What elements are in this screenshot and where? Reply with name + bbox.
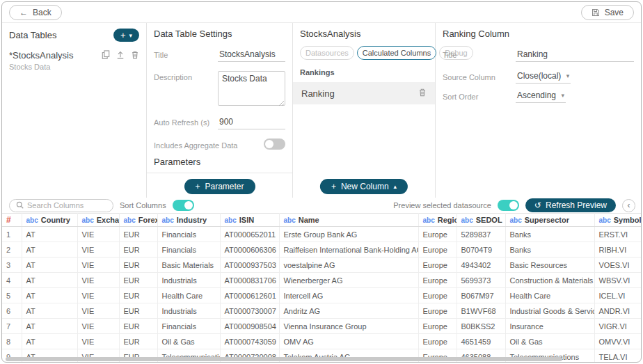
column-header-name[interactable]: abcName xyxy=(279,214,418,227)
description-field[interactable]: Stocks Data xyxy=(218,71,285,106)
sort-columns-toggle[interactable] xyxy=(173,200,194,211)
column-header-label: Industry xyxy=(177,216,207,224)
table-cell: Banks xyxy=(505,227,594,242)
column-header-sedol[interactable]: abcSEDOL xyxy=(457,214,505,227)
table-cell: Banks xyxy=(505,242,594,258)
tab-calculated-columns[interactable]: Calculated Columns xyxy=(357,46,436,60)
table-cell: Oil & Gas xyxy=(505,334,594,349)
add-parameter-button[interactable]: + Parameter xyxy=(184,179,255,194)
ranking-list-item[interactable]: Ranking xyxy=(293,82,435,104)
table-cell: B0BKSS2 xyxy=(457,319,505,334)
editor-panels: Data Tables + ▾ *StocksAnalysis xyxy=(2,23,641,198)
row-index-cell: 1 xyxy=(2,227,22,242)
table-row: 5ATVIEEURHealth CareAT0000612601Intercel… xyxy=(2,288,641,303)
copy-icon[interactable] xyxy=(102,50,110,59)
column-type-icon: abc xyxy=(82,216,94,224)
column-type-icon: abc xyxy=(510,216,522,224)
caret-down-icon: ▾ xyxy=(566,72,570,79)
table-cell: EUR xyxy=(119,319,157,334)
columns-panel: StocksAnalysis Datasources Calculated Co… xyxy=(293,23,436,198)
table-cell: AT xyxy=(22,334,77,349)
title-field-label: Title xyxy=(154,49,218,62)
table-cell: AT0000937503 xyxy=(220,258,279,273)
caret-down-icon: ▾ xyxy=(562,92,565,99)
aggregate-toggle[interactable] xyxy=(264,139,285,150)
sort-order-select[interactable]: Ascending ▾ xyxy=(516,90,566,103)
row-index-cell: 4 xyxy=(2,273,22,288)
new-column-label: New Column xyxy=(341,182,389,191)
table-cell: VIE xyxy=(77,258,119,273)
column-header-supersector[interactable]: abcSupersector xyxy=(505,214,594,227)
table-cell: OMV AG xyxy=(279,334,418,349)
column-header-label: Name xyxy=(299,216,319,224)
table-body: 1ATVIEEURFinancialsAT0000652011Erste Gro… xyxy=(2,227,641,363)
delete-icon[interactable] xyxy=(418,88,427,99)
table-cell: EUR xyxy=(119,273,157,288)
table-cell: voestalpine AG xyxy=(279,258,418,273)
search-columns-input[interactable] xyxy=(27,201,106,209)
table-cell: AT0000612601 xyxy=(220,288,279,303)
table-row: 6ATVIEEURIndustrialsAT0000730007Andritz … xyxy=(2,303,641,319)
new-column-button[interactable]: + New Column ▴ xyxy=(320,179,408,194)
preview-toolbar: Sort Columns Preview selected datasource… xyxy=(2,198,641,213)
column-header-label: Symbol xyxy=(614,216,641,224)
table-cell: 4943402 xyxy=(457,258,505,273)
preview-datasource-toggle[interactable] xyxy=(498,200,519,211)
delete-icon[interactable] xyxy=(131,50,139,59)
table-cell: Europe xyxy=(418,288,457,303)
rankings-section-title: Rankings xyxy=(300,68,428,77)
table-cell: TELA.VI xyxy=(594,349,641,363)
refresh-preview-label: Refresh Preview xyxy=(546,200,607,210)
save-button[interactable]: Save xyxy=(581,5,634,20)
table-cell: Intercell AG xyxy=(279,288,418,303)
table-cell: Basic Materials xyxy=(157,258,220,273)
top-bar: ← Back Save xyxy=(2,2,641,23)
table-cell: Europe xyxy=(418,258,457,273)
back-button[interactable]: ← Back xyxy=(9,5,62,20)
auto-refresh-field[interactable] xyxy=(218,116,285,129)
sort-order-value: Ascending xyxy=(517,90,556,100)
table-cell: AT xyxy=(22,288,77,303)
table-cell: EUR xyxy=(119,227,157,242)
title-field[interactable] xyxy=(218,49,285,62)
table-cell: Andritz AG xyxy=(279,303,418,319)
column-type-icon: abc xyxy=(26,216,38,224)
table-cell: VOES.VI xyxy=(594,258,641,273)
table-cell: EUR xyxy=(119,334,157,349)
table-cell: Financials xyxy=(157,319,220,334)
sort-columns-label: Sort Columns xyxy=(120,201,166,209)
table-row: 1ATVIEEURFinancialsAT0000652011Erste Gro… xyxy=(2,227,641,242)
table-cell: AT0000743059 xyxy=(220,334,279,349)
table-cell: AT0000652011 xyxy=(220,227,279,242)
table-cell: Insurance xyxy=(505,319,594,334)
ranking-title-field[interactable] xyxy=(516,49,634,62)
table-cell: ICEL.VI xyxy=(594,288,641,303)
table-cell: RIBH.VI xyxy=(594,242,641,258)
column-header-forex[interactable]: abcForex xyxy=(119,214,157,227)
column-header-symbol[interactable]: abcSymbol xyxy=(594,214,641,227)
tab-datasources[interactable]: Datasources xyxy=(300,46,354,60)
column-header-isin[interactable]: abcISIN xyxy=(220,214,279,227)
refresh-icon: ↻ xyxy=(534,200,541,210)
source-column-select[interactable]: Close(local) ▾ xyxy=(516,70,571,84)
column-header-industry[interactable]: abcIndustry xyxy=(157,214,220,227)
row-index-cell: 2 xyxy=(2,242,22,258)
upload-icon[interactable] xyxy=(116,50,125,59)
add-data-table-button[interactable]: + ▾ xyxy=(113,29,139,42)
search-columns-box xyxy=(9,199,113,212)
refresh-preview-button[interactable]: ↻ Refresh Preview xyxy=(525,198,616,212)
data-table-list-item[interactable]: *StocksAnalysis xyxy=(9,50,139,61)
horizontal-scrollbar[interactable] xyxy=(6,357,562,361)
row-index-cell: 6 xyxy=(2,303,22,319)
column-header-region[interactable]: abcRegion xyxy=(418,214,457,227)
chevron-left-icon: ‹ xyxy=(628,200,630,210)
table-cell: EUR xyxy=(119,242,157,258)
table-cell: VIE xyxy=(77,227,119,242)
column-header-exchange[interactable]: abcExchange xyxy=(77,214,119,227)
column-header-label: ISIN xyxy=(239,216,254,224)
collapse-preview-button[interactable]: ‹ xyxy=(622,199,635,212)
table-cell: Health Care xyxy=(505,288,594,303)
preview-datasource-label: Preview selected datasource xyxy=(393,201,491,209)
column-header-index[interactable]: # xyxy=(2,214,22,227)
column-header-country[interactable]: abcCountry xyxy=(22,214,77,227)
